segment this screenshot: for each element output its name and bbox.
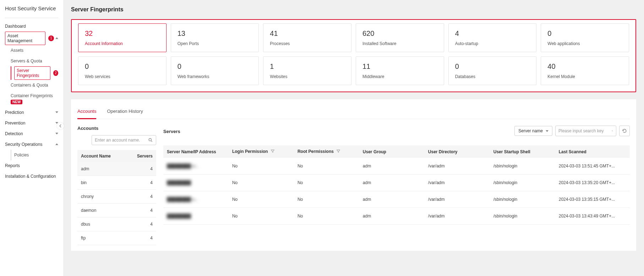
last-scanned-cell: 2024-03-03 13:35:15 GMT+... <box>555 191 630 208</box>
sidebar-item-asset-management[interactable]: Asset Management <box>5 32 45 45</box>
sidebar-item-label: Server Fingerprints <box>17 68 48 78</box>
filter-icon[interactable] <box>336 149 340 154</box>
server-row[interactable]: ████████NoNoadm/var/adm/sbin/nologin2024… <box>163 208 630 225</box>
sidebar-item-reports[interactable]: Reports <box>5 160 58 171</box>
fingerprint-card[interactable]: 0Databases <box>448 56 537 85</box>
col-servers-count[interactable]: Servers <box>126 150 156 162</box>
sidebar-item-assets[interactable]: Assets <box>11 45 58 56</box>
server-row[interactable]: ████████ a...NoNoadm/var/adm/sbin/nologi… <box>163 191 630 208</box>
fingerprint-card[interactable]: 0Web applications <box>541 23 629 52</box>
fingerprint-card[interactable]: 4Auto-startup <box>448 23 537 52</box>
user-startup-shell-cell: /sbin/nologin <box>490 191 555 208</box>
col-root-permissions[interactable]: Root Permissions <box>294 145 359 158</box>
sidebar-item-label: Detection <box>5 131 23 136</box>
fingerprint-card[interactable]: 40Kernel Module <box>541 56 629 85</box>
account-row[interactable]: adm4 <box>77 162 156 176</box>
server-row[interactable]: ████████NoNoadm/var/adm/sbin/nologin2024… <box>163 175 630 191</box>
sidebar-item-label: Installation & Configuration <box>5 174 56 179</box>
account-servers-cell: 4 <box>126 231 156 245</box>
user-directory-cell: /var/adm <box>425 175 490 191</box>
card-label: Account Information <box>85 41 160 46</box>
col-login-permission[interactable]: Login Permission <box>229 145 294 158</box>
account-row[interactable]: ftp4 <box>77 231 156 245</box>
svg-point-0 <box>149 138 151 141</box>
account-name-cell: bin <box>77 176 126 190</box>
user-directory-cell: /var/adm <box>425 158 490 175</box>
server-filter-select[interactable]: Server name <box>514 126 552 136</box>
card-label: Kernel Module <box>547 74 622 79</box>
fingerprint-card[interactable]: 620Installed Software <box>356 23 444 52</box>
login-permission-cell: No <box>229 175 294 191</box>
account-row[interactable]: bin4 <box>77 176 156 190</box>
sidebar-item-label: Prevention <box>5 121 25 126</box>
sidebar-submenu-security-operations: Policies <box>5 150 58 160</box>
sidebar-collapse-button[interactable] <box>57 122 64 129</box>
chevron-up-icon[interactable] <box>55 37 58 39</box>
app-title: Host Security Service <box>5 3 58 16</box>
servers-table: Server Name/IP Address Login Permission … <box>163 145 630 225</box>
tab-accounts[interactable]: Accounts <box>77 105 96 119</box>
sidebar-item-containers-quota[interactable]: Containers & Quota <box>11 80 58 90</box>
account-search-box[interactable] <box>92 135 156 145</box>
sidebar: Host Security Service Dashboard Asset Ma… <box>0 0 63 276</box>
sidebar-item-prediction[interactable]: Prediction <box>5 107 58 118</box>
card-label: Processes <box>270 41 345 46</box>
fingerprint-card[interactable]: 41Processes <box>263 23 351 52</box>
last-scanned-cell: 2024-03-03 13:43:49 GMT+... <box>555 208 630 225</box>
col-last-scanned[interactable]: Last Scanned <box>555 145 630 158</box>
sidebar-item-installation-configuration[interactable]: Installation & Configuration <box>5 171 58 182</box>
sidebar-item-label: Container Fingerprints <box>11 93 53 98</box>
sidebar-item-label: Policies <box>14 153 29 158</box>
sidebar-item-label: Dashboard <box>5 24 26 29</box>
sidebar-item-container-fingerprints[interactable]: Container Fingerprints NEW <box>11 90 58 107</box>
sidebar-item-server-fingerprints[interactable]: Server Fingerprints <box>14 66 50 80</box>
fingerprint-card[interactable]: 0Web frameworks <box>171 56 259 85</box>
fingerprint-card[interactable]: 32Account Information <box>78 23 167 52</box>
server-row[interactable]: ████████ w...NoNoadm/var/adm/sbin/nologi… <box>163 158 630 175</box>
new-badge: NEW <box>11 100 22 104</box>
account-row[interactable]: chrony4 <box>77 190 156 204</box>
server-search-input[interactable] <box>558 128 612 133</box>
account-servers-cell: 4 <box>126 217 156 231</box>
card-value: 4 <box>455 29 530 38</box>
chevron-left-icon <box>59 124 62 128</box>
account-row[interactable]: dbus4 <box>77 217 156 231</box>
col-user-directory[interactable]: User Directory <box>425 145 490 158</box>
col-account-name[interactable]: Account Name <box>77 150 126 162</box>
tab-operation-history[interactable]: Operation History <box>107 105 143 119</box>
user-directory-cell: /var/adm <box>425 208 490 225</box>
chevron-down-icon <box>546 130 549 132</box>
server-name-cell: ████████ <box>163 175 229 191</box>
tabs: Accounts Operation History <box>77 105 630 119</box>
card-value: 40 <box>547 62 622 71</box>
account-row[interactable]: daemon4 <box>77 204 156 217</box>
svg-line-3 <box>613 131 613 132</box>
col-server-name[interactable]: Server Name/IP Address <box>163 145 229 158</box>
server-search-box[interactable] <box>555 126 616 136</box>
filter-icon[interactable] <box>271 149 275 154</box>
root-permissions-cell: No <box>294 175 359 191</box>
sidebar-item-detection[interactable]: Detection <box>5 128 58 139</box>
fingerprint-card[interactable]: 0Web services <box>78 56 167 85</box>
sidebar-item-label: Reports <box>5 163 20 168</box>
card-value: 1 <box>270 62 345 71</box>
fingerprint-card[interactable]: 13Open Ports <box>171 23 259 52</box>
sidebar-item-policies[interactable]: Policies <box>14 150 58 160</box>
refresh-button[interactable] <box>619 126 630 136</box>
card-value: 620 <box>362 29 437 38</box>
card-value: 41 <box>270 29 345 38</box>
fingerprint-card[interactable]: 1Websites <box>263 56 351 85</box>
col-user-startup-shell[interactable]: User Startup Shell <box>490 145 555 158</box>
account-servers-cell: 4 <box>126 204 156 217</box>
sidebar-item-prevention[interactable]: Prevention <box>5 118 58 128</box>
chevron-down-icon <box>55 111 58 113</box>
sidebar-item-servers-quota[interactable]: Servers & Quota <box>11 56 58 66</box>
sidebar-item-dashboard[interactable]: Dashboard <box>5 21 58 32</box>
svg-line-1 <box>151 141 152 142</box>
fingerprint-card[interactable]: 11Middleware <box>356 56 444 85</box>
col-user-group[interactable]: User Group <box>359 145 425 158</box>
account-servers-cell: 4 <box>126 190 156 204</box>
account-search-input[interactable] <box>95 138 148 143</box>
svg-point-2 <box>612 131 613 131</box>
sidebar-item-security-operations[interactable]: Security Operations <box>5 139 58 150</box>
